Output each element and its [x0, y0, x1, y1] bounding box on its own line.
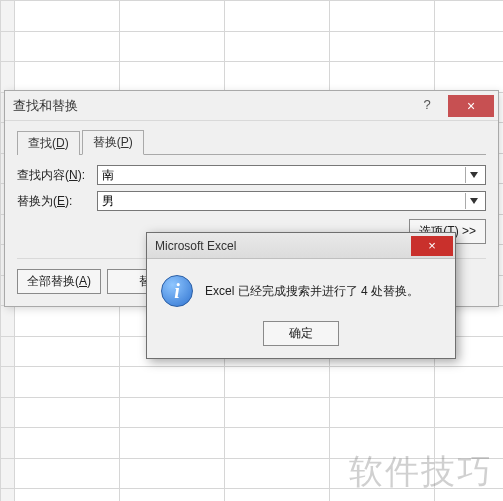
tab-replace-mnemonic: P [121, 135, 129, 149]
message-close-button[interactable]: × [411, 236, 453, 256]
message-titlebar[interactable]: Microsoft Excel × [147, 233, 455, 259]
tab-strip: 查找(D) 替换(P) [17, 131, 486, 155]
svg-marker-0 [470, 172, 478, 178]
find-what-input[interactable]: 南 [97, 165, 486, 185]
close-button[interactable]: × [448, 95, 494, 117]
tab-find-label-pre: 查找( [28, 136, 56, 150]
message-box: Microsoft Excel × i Excel 已经完成搜索并进行了 4 处… [146, 232, 456, 359]
tab-replace-label-pre: 替换( [93, 135, 121, 149]
chevron-down-icon [470, 198, 478, 204]
svg-marker-1 [470, 198, 478, 204]
find-replace-title: 查找和替换 [13, 97, 410, 115]
replace-with-input[interactable]: 男 [97, 191, 486, 211]
find-replace-titlebar[interactable]: 查找和替换 ? × [5, 91, 498, 121]
help-button[interactable]: ? [410, 95, 444, 117]
message-title: Microsoft Excel [155, 239, 411, 253]
ok-button[interactable]: 确定 [263, 321, 339, 346]
tab-replace-label-suf: ) [129, 135, 133, 149]
find-what-dropdown[interactable] [465, 167, 481, 183]
tab-find[interactable]: 查找(D) [17, 131, 80, 155]
tab-find-label-suf: ) [65, 136, 69, 150]
tab-find-mnemonic: D [56, 136, 65, 150]
replace-with-value: 男 [102, 193, 465, 210]
find-what-label: 查找内容(N): [17, 167, 97, 184]
replace-with-dropdown[interactable] [465, 193, 481, 209]
tab-replace[interactable]: 替换(P) [82, 130, 144, 155]
find-what-value: 南 [102, 167, 465, 184]
replace-all-button[interactable]: 全部替换(A) [17, 269, 101, 294]
message-text: Excel 已经完成搜索并进行了 4 处替换。 [205, 283, 419, 300]
replace-with-label: 替换为(E): [17, 193, 97, 210]
chevron-down-icon [470, 172, 478, 178]
info-icon: i [161, 275, 193, 307]
